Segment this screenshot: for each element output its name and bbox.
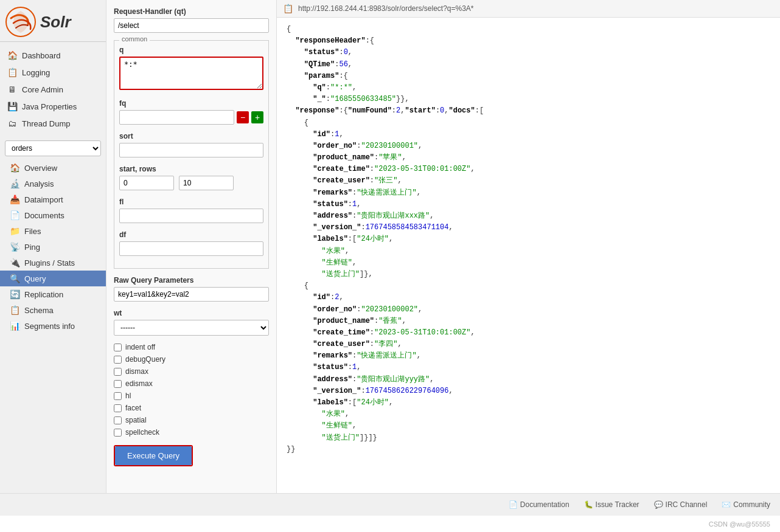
footer-documentation[interactable]: 📄 Documentation — [509, 500, 569, 509]
q-field-group: q *:* — [119, 46, 263, 92]
footer-irc-channel[interactable]: 💬 IRC Channel — [654, 500, 708, 509]
core-item-segments-info[interactable]: 📊 Segments info — [0, 318, 106, 334]
core-item-dataimport[interactable]: 📥 Dataimport — [0, 192, 106, 207]
core-admin-icon: 🖥 — [7, 85, 17, 94]
core-item-files[interactable]: 📁 Files — [0, 223, 106, 239]
wt-group: wt ------ json xml csv — [114, 309, 269, 336]
logo-area: Solr — [0, 0, 106, 42]
ping-icon: 📡 — [10, 242, 19, 252]
files-icon: 📁 — [10, 226, 19, 236]
q-input[interactable]: *:* — [119, 57, 263, 90]
dataimport-icon: 📥 — [10, 195, 19, 204]
common-section-label: common — [119, 35, 150, 43]
core-item-query[interactable]: 🔍 Query — [0, 271, 106, 286]
content-panel: 📋 http://192.168.244.41:8983/solr/orders… — [277, 0, 780, 493]
debugquery-checkbox[interactable] — [114, 356, 122, 364]
fq-minus-button[interactable]: − — [237, 111, 249, 123]
sidebar-item-thread-dump[interactable]: 🗂 Thread Dump — [0, 115, 106, 132]
sort-input[interactable] — [119, 143, 263, 157]
fl-input[interactable] — [119, 209, 263, 223]
checkbox-edismax: edismax — [114, 379, 269, 388]
fq-label: fq — [119, 99, 263, 108]
checkbox-dismax: dismax — [114, 367, 269, 376]
json-output: { "responseHeader":{ "status":0, "QTime"… — [277, 18, 780, 493]
sort-label: sort — [119, 132, 263, 140]
sidebar-item-label: Thread Dump — [22, 119, 70, 128]
core-select[interactable]: orders — [5, 140, 101, 156]
df-field-group: df — [119, 230, 263, 256]
request-handler-input[interactable] — [114, 18, 269, 33]
core-item-overview[interactable]: 🏠 Overview — [0, 160, 106, 176]
df-input[interactable] — [119, 241, 263, 256]
sidebar-item-logging[interactable]: 📋 Logging — [0, 64, 106, 81]
core-items: 🏠 Overview 🔬 Analysis 📥 Dataimport 📄 Doc… — [0, 160, 106, 339]
start-rows-group: start, rows — [119, 165, 263, 190]
documentation-label: Documentation — [520, 500, 569, 509]
indent-checkbox[interactable] — [114, 344, 122, 351]
schema-icon: 📋 — [10, 305, 19, 315]
fl-field-group: fl — [119, 198, 263, 223]
rows-input[interactable] — [179, 176, 234, 190]
footer-community[interactable]: ✉️ Community — [722, 500, 770, 509]
start-input[interactable] — [119, 176, 174, 190]
core-item-label: Dataimport — [24, 195, 63, 204]
common-section: common q *:* fq − + sort — [114, 40, 269, 269]
spellcheck-checkbox[interactable] — [114, 429, 122, 437]
plugins-icon: 🔌 — [10, 258, 19, 268]
sidebar-item-label: Core Admin — [22, 85, 63, 94]
wt-label: wt — [114, 309, 269, 317]
edismax-checkbox[interactable] — [114, 380, 122, 388]
url-bar: 📋 http://192.168.244.41:8983/solr/orders… — [277, 0, 780, 18]
core-item-label: Segments info — [24, 322, 75, 331]
issue-tracker-label: Issue Tracker — [596, 500, 639, 509]
request-handler-label: Request-Handler (qt) — [114, 7, 269, 16]
segments-icon: 📊 — [10, 321, 19, 331]
footer-issue-tracker[interactable]: 🐛 Issue Tracker — [584, 500, 639, 509]
fq-input[interactable] — [119, 110, 234, 125]
overview-icon: 🏠 — [10, 163, 19, 173]
core-item-replication[interactable]: 🔄 Replication — [0, 286, 106, 302]
core-item-schema[interactable]: 📋 Schema — [0, 302, 106, 318]
execute-button-wrap: Execute Query — [114, 445, 193, 466]
checkbox-spatial: spatial — [114, 416, 269, 424]
java-properties-icon: 💾 — [7, 102, 17, 111]
fq-row: − + — [119, 110, 263, 125]
solr-logo-icon — [5, 6, 37, 38]
community-icon: ✉️ — [722, 500, 731, 509]
hl-label: hl — [125, 392, 131, 400]
raw-query-input[interactable] — [114, 287, 269, 302]
query-icon: 🔍 — [10, 274, 19, 283]
core-item-analysis[interactable]: 🔬 Analysis — [0, 176, 106, 192]
core-item-ping[interactable]: 📡 Ping — [0, 239, 106, 255]
sidebar: Solr 🏠 Dashboard 📋 Logging 🖥 Core Admin … — [0, 0, 106, 493]
dismax-checkbox[interactable] — [114, 368, 122, 376]
core-selector[interactable]: orders — [5, 140, 101, 156]
spatial-checkbox[interactable] — [114, 416, 122, 424]
facet-checkbox[interactable] — [114, 404, 122, 412]
facet-label: facet — [125, 404, 141, 412]
wt-select[interactable]: ------ json xml csv — [114, 320, 269, 336]
indent-label: indent off — [125, 343, 155, 351]
spellcheck-label: spellcheck — [125, 428, 159, 437]
core-item-plugins-stats[interactable]: 🔌 Plugins / Stats — [0, 255, 106, 271]
debugquery-label: debugQuery — [125, 355, 165, 364]
footer-credit-bar: CSDN @wu@55555 — [0, 515, 780, 532]
request-handler-group: Request-Handler (qt) — [114, 7, 269, 33]
sidebar-item-core-admin[interactable]: 🖥 Core Admin — [0, 81, 106, 98]
fq-plus-button[interactable]: + — [251, 111, 263, 123]
sidebar-item-dashboard[interactable]: 🏠 Dashboard — [0, 47, 106, 64]
thread-dump-icon: 🗂 — [7, 119, 17, 128]
footer-credit-text: CSDN @wu@55555 — [709, 520, 770, 528]
issue-tracker-icon: 🐛 — [584, 500, 593, 509]
core-item-label: Files — [24, 227, 41, 236]
core-item-label: Ping — [24, 243, 40, 252]
sidebar-item-java-properties[interactable]: 💾 Java Properties — [0, 98, 106, 115]
checkbox-hl: hl — [114, 392, 269, 400]
start-rows-label: start, rows — [119, 165, 263, 173]
df-label: df — [119, 230, 263, 239]
core-item-documents[interactable]: 📄 Documents — [0, 207, 106, 223]
url-icon: 📋 — [283, 4, 293, 13]
execute-query-button[interactable]: Execute Query — [115, 446, 192, 465]
hl-checkbox[interactable] — [114, 392, 122, 400]
core-item-label: Analysis — [24, 179, 54, 188]
